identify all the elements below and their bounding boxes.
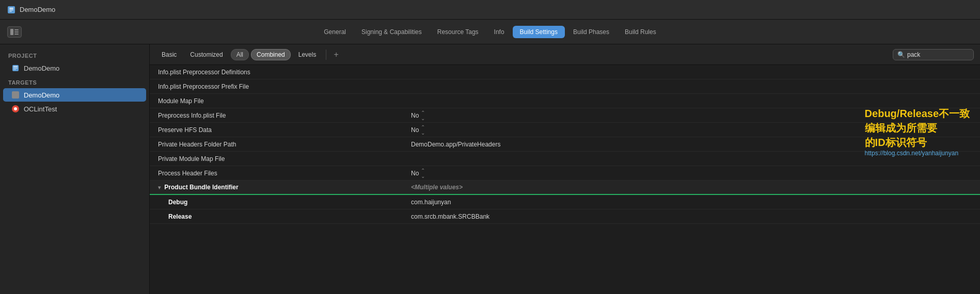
expand-chevron[interactable]: ▾: [158, 185, 161, 190]
filter-all-button[interactable]: All: [231, 49, 249, 60]
svg-rect-2: [9, 9, 13, 10]
tab-general[interactable]: General: [317, 26, 353, 38]
project-file-icon: [11, 64, 20, 72]
tab-build-phases[interactable]: Build Phases: [566, 26, 617, 38]
row-name: Preprocess Info.plist File: [158, 112, 411, 119]
row-name: Private Headers Folder Path: [158, 141, 411, 148]
content-wrapper: Info.plist Preprocessor Definitions Info…: [150, 65, 980, 294]
filter-basic-button[interactable]: Basic: [156, 49, 182, 60]
svg-rect-7: [14, 34, 19, 35]
row-name: Process Header Files: [158, 170, 411, 177]
sidebar-project-name: DemoDemo: [24, 64, 59, 72]
search-icon: 🔍: [897, 51, 905, 58]
sidebar-target-oclinttest-label: OCLintTest: [24, 105, 57, 113]
table-row: Private Headers Folder Path DemoDemo.app…: [150, 137, 980, 152]
settings-table: Info.plist Preprocessor Definitions Info…: [150, 65, 980, 294]
row-name: Debug: [158, 199, 411, 206]
table-row: Debug com.haijunyan: [150, 195, 980, 209]
row-value: No ⌃⌄: [411, 168, 972, 179]
tab-build-rules[interactable]: Build Rules: [618, 26, 663, 38]
table-row: Release com.srcb.mbank.SRCBBank: [150, 209, 980, 224]
row-value: com.haijunyan: [411, 199, 972, 206]
sidebar-toggle-button[interactable]: [7, 26, 22, 38]
row-name: Preserve HFS Data: [158, 126, 411, 134]
table-row: Private Module Map File: [150, 152, 980, 166]
tab-resource-tags[interactable]: Resource Tags: [430, 26, 486, 38]
svg-rect-5: [14, 29, 19, 30]
filter-search-container: 🔍: [893, 49, 974, 60]
svg-rect-3: [9, 11, 12, 12]
table-row: Info.plist Preprocessor Prefix File: [150, 79, 980, 94]
tab-build-settings[interactable]: Build Settings: [513, 26, 565, 38]
svg-rect-1: [9, 8, 13, 9]
svg-rect-4: [10, 29, 13, 35]
tab-signing[interactable]: Signing & Capabilities: [354, 26, 429, 38]
row-value: com.srcb.mbank.SRCBBank: [411, 213, 972, 220]
svg-rect-10: [13, 68, 18, 69]
filter-bar: Basic Customized All Combined Levels + 🔍: [150, 44, 980, 65]
stepper-arrows[interactable]: ⌃⌄: [421, 168, 425, 179]
filter-levels-button[interactable]: Levels: [293, 49, 322, 60]
row-name: Info.plist Preprocessor Prefix File: [158, 83, 411, 90]
row-name: Info.plist Preprocessor Definitions: [158, 69, 411, 76]
target-icon: [11, 105, 20, 113]
row-value: No ⌃⌄: [411, 110, 972, 121]
row-value: No ⌃⌄: [411, 124, 972, 136]
stepper-arrows[interactable]: ⌃⌄: [421, 110, 425, 121]
filter-separator: [326, 50, 326, 60]
table-row: Module Map File: [150, 94, 980, 108]
targets-section-label: TARGETS: [0, 75, 149, 88]
row-name: Private Module Map File: [158, 155, 411, 162]
svg-rect-6: [14, 31, 19, 32]
main-layout: PROJECT DemoDemo TARGETS DemoDemo: [0, 44, 980, 294]
filter-combined-button[interactable]: Combined: [251, 49, 291, 60]
sidebar-item-demodemo[interactable]: DemoDemo: [3, 88, 146, 102]
title-bar: DemoDemo: [0, 0, 980, 20]
row-value-text: No: [411, 112, 419, 119]
title-bar-title: DemoDemo: [20, 6, 55, 13]
content-area: Basic Customized All Combined Levels + 🔍…: [150, 44, 980, 294]
tab-info[interactable]: Info: [487, 26, 512, 38]
sidebar-item-project[interactable]: DemoDemo: [3, 61, 146, 75]
tab-bar: General Signing & Capabilities Resource …: [0, 20, 980, 44]
svg-rect-11: [13, 69, 16, 70]
table-row: Preprocess Info.plist File No ⌃⌄: [150, 108, 980, 123]
table-row: ▾ Product Bundle Identifier <Multiple va…: [150, 181, 980, 195]
sidebar-item-oclinttest[interactable]: OCLintTest: [3, 102, 146, 116]
title-bar-icon: [7, 6, 15, 14]
project-section-label: PROJECT: [0, 48, 149, 61]
row-value-text: No: [411, 126, 419, 134]
row-value: DemoDemo.app/PrivateHeaders: [411, 141, 972, 148]
row-name: ▾ Product Bundle Identifier: [158, 184, 411, 191]
table-row: Info.plist Preprocessor Definitions: [150, 65, 980, 79]
app-icon: [11, 91, 20, 99]
row-name-text: Product Bundle Identifier: [164, 184, 238, 191]
sidebar: PROJECT DemoDemo TARGETS DemoDemo: [0, 44, 150, 294]
filter-customized-button[interactable]: Customized: [184, 49, 228, 60]
row-value: <Multiple values>: [411, 184, 972, 191]
row-name: Module Map File: [158, 97, 411, 105]
row-value-text: No: [411, 170, 419, 177]
search-input[interactable]: [907, 51, 969, 58]
row-name: Release: [158, 213, 411, 220]
table-row: Process Header Files No ⌃⌄: [150, 166, 980, 181]
svg-rect-9: [13, 66, 18, 67]
table-row: Preserve HFS Data No ⌃⌄: [150, 123, 980, 137]
stepper-arrows[interactable]: ⌃⌄: [421, 124, 425, 136]
sidebar-target-demodemo-label: DemoDemo: [24, 91, 59, 99]
filter-add-button[interactable]: +: [330, 50, 341, 59]
